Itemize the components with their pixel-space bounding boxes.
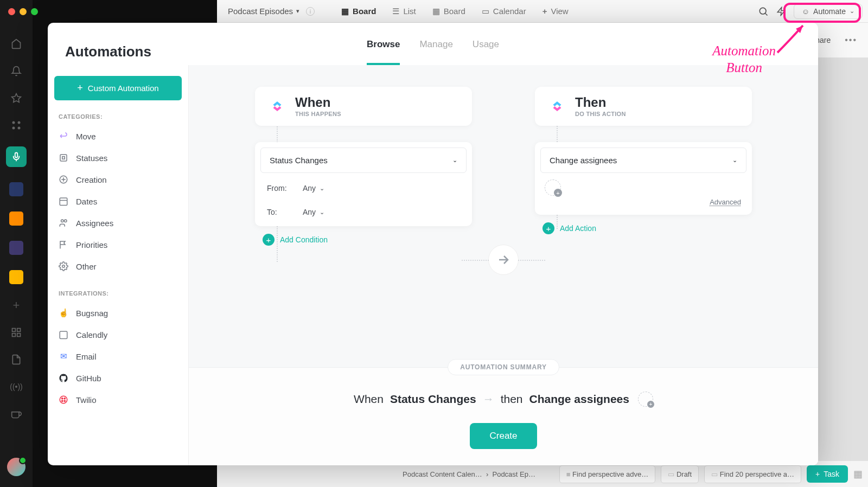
- to-select[interactable]: Any⌄: [303, 208, 324, 216]
- svg-marker-3: [12, 94, 21, 102]
- flag-icon: [59, 240, 68, 249]
- integration-github[interactable]: GitHub: [54, 367, 182, 389]
- arrow-right-icon: →: [483, 393, 494, 406]
- svg-rect-14: [60, 155, 67, 161]
- tab-browse[interactable]: Browse: [367, 39, 400, 65]
- categories-heading: CATEGORIES:: [59, 113, 182, 120]
- info-icon[interactable]: i: [306, 7, 315, 16]
- doc-icon[interactable]: [10, 354, 22, 366]
- plus-icon: +: [542, 7, 547, 16]
- email-icon: ✉: [59, 351, 68, 361]
- add-assignee-icon[interactable]: [638, 392, 653, 407]
- help-icon[interactable]: [10, 408, 22, 420]
- svg-point-28: [62, 400, 63, 401]
- view-tab-add[interactable]: +View: [535, 3, 576, 20]
- category-other[interactable]: Other: [54, 255, 182, 277]
- from-select[interactable]: Any⌄: [303, 184, 324, 193]
- mic-icon[interactable]: [6, 146, 27, 167]
- avatar[interactable]: [7, 458, 25, 476]
- svg-point-27: [64, 398, 65, 399]
- space-icon[interactable]: [9, 241, 23, 255]
- status-icon: [59, 153, 68, 163]
- maximize-window-icon[interactable]: [31, 8, 38, 15]
- minimize-window-icon[interactable]: [20, 8, 27, 15]
- arrow-connector: [488, 245, 519, 275]
- svg-point-7: [18, 127, 21, 130]
- custom-automation-button[interactable]: + Custom Automation: [54, 76, 182, 100]
- plus-icon: +: [77, 82, 83, 94]
- calendly-icon: [59, 330, 68, 339]
- creation-icon: [59, 175, 68, 184]
- new-task-button[interactable]: +Task: [807, 465, 848, 483]
- plus-icon[interactable]: +: [10, 299, 22, 311]
- breadcrumb-bottom[interactable]: Podcast Content Calen… › Podcast Ep…: [396, 466, 542, 483]
- modal-main: When THIS HAPPENS Status Changes ⌄ From:…: [189, 65, 818, 465]
- svg-rect-24: [60, 331, 67, 339]
- when-title: When: [295, 95, 341, 110]
- breadcrumb[interactable]: Podcast Episodes ▾ i: [222, 7, 320, 16]
- category-statuses[interactable]: Statuses: [54, 147, 182, 169]
- add-action-button[interactable]: + Add Action: [535, 215, 752, 234]
- chevron-down-icon: ⌄: [732, 157, 737, 164]
- add-condition-button[interactable]: + Add Condition: [255, 226, 472, 246]
- grid-icon[interactable]: [10, 119, 22, 131]
- svg-point-4: [12, 121, 15, 124]
- search-icon[interactable]: [758, 6, 769, 17]
- tab-manage[interactable]: Manage: [419, 39, 452, 65]
- view-tab-board[interactable]: ▦Board: [425, 3, 473, 20]
- view-tab-calendar[interactable]: ▭Calendar: [474, 3, 534, 20]
- app-sidebar: + ((•)): [0, 0, 33, 487]
- star-icon[interactable]: [10, 92, 22, 104]
- view-tab-list[interactable]: ☰List: [385, 3, 423, 20]
- dock-card[interactable]: ■ Find perspective adve…: [559, 465, 656, 483]
- tab-usage[interactable]: Usage: [473, 39, 499, 65]
- category-creation[interactable]: Creation: [54, 169, 182, 190]
- clickup-logo-icon: [269, 98, 285, 114]
- svg-rect-19: [60, 198, 67, 206]
- category-dates[interactable]: Dates: [54, 190, 182, 212]
- view-tab-board-main[interactable]: ▦Board: [334, 3, 384, 20]
- window-controls: [8, 8, 38, 15]
- add-assignee-button[interactable]: [545, 180, 561, 196]
- svg-point-29: [64, 400, 65, 401]
- category-assignees[interactable]: Assignees: [54, 212, 182, 234]
- pulse-icon[interactable]: ((•)): [10, 381, 22, 393]
- home-icon[interactable]: [10, 38, 22, 50]
- trigger-select[interactable]: Status Changes ⌄: [260, 148, 467, 173]
- action-select[interactable]: Change assignees ⌄: [540, 148, 746, 173]
- then-header: Then DO THIS ACTION: [535, 87, 752, 126]
- space-icon[interactable]: [9, 182, 23, 196]
- assignees-icon: [59, 218, 68, 228]
- dock-card[interactable]: ▭ Find 20 perspective a…: [704, 465, 801, 483]
- integration-bugsnag[interactable]: ☝Bugsnag: [54, 302, 182, 324]
- annotation-arrow-icon: [773, 19, 811, 57]
- grid-icon[interactable]: ▦: [853, 468, 863, 480]
- space-icon[interactable]: [9, 212, 23, 226]
- modal-header: Automations Browse Manage Usage: [48, 23, 818, 65]
- when-header: When THIS HAPPENS: [255, 87, 472, 126]
- advanced-link[interactable]: Advanced: [537, 198, 750, 213]
- more-icon[interactable]: •••: [845, 35, 857, 45]
- board-icon: ▦: [432, 7, 440, 16]
- integration-email[interactable]: ✉Email: [54, 345, 182, 367]
- then-column: Then DO THIS ACTION Change assignees ⌄ A…: [535, 87, 752, 234]
- trigger-card: Status Changes ⌄ From: Any⌄ To: Any⌄: [255, 142, 472, 226]
- plus-icon: +: [815, 470, 820, 478]
- dock-card[interactable]: ▭ Draft: [661, 465, 699, 483]
- integration-calendly[interactable]: Calendly: [54, 324, 182, 345]
- svg-point-25: [60, 396, 67, 403]
- create-button[interactable]: Create: [470, 423, 537, 449]
- dashboard-icon[interactable]: [10, 326, 22, 338]
- category-priorities[interactable]: Priorities: [54, 234, 182, 255]
- space-name: Podcast Episodes: [228, 7, 293, 16]
- svg-line-1: [765, 13, 768, 15]
- category-move[interactable]: Move: [54, 125, 182, 147]
- bell-icon[interactable]: [10, 65, 22, 77]
- space-icon[interactable]: [9, 270, 23, 284]
- integration-twilio[interactable]: Twilio: [54, 389, 182, 411]
- annotation-label: Automation Button: [712, 42, 776, 76]
- close-window-icon[interactable]: [8, 8, 15, 15]
- clickup-logo-icon: [549, 98, 565, 114]
- svg-point-6: [12, 127, 15, 130]
- plus-icon: +: [542, 222, 554, 234]
